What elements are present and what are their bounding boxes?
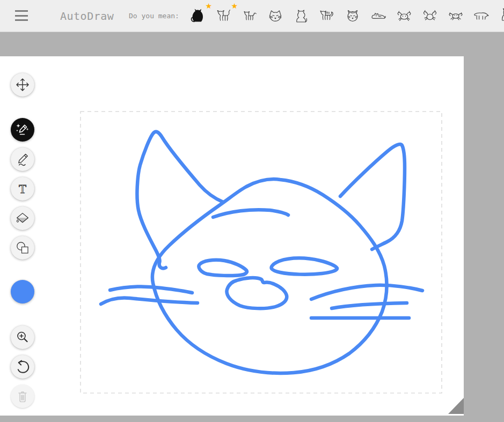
stroke-left-ear xyxy=(137,132,223,269)
shapes-icon xyxy=(13,238,32,257)
stroke-whisker-right-2 xyxy=(332,303,407,308)
raccoon-icon xyxy=(472,6,491,25)
cat-walking-icon xyxy=(214,6,233,25)
stroke-left-eye xyxy=(199,260,247,276)
tool-type-button[interactable]: T xyxy=(11,177,34,201)
cat-sitting-back-icon xyxy=(291,6,311,25)
magic-pencil-icon xyxy=(13,120,32,139)
suggestion-cat-sitting-silhouette[interactable]: ★ xyxy=(188,6,208,25)
move-arrows-icon xyxy=(13,75,32,94)
drawing-canvas[interactable] xyxy=(0,56,464,416)
suggestion-cat-face[interactable] xyxy=(266,6,285,25)
text-tool-icon: T xyxy=(13,179,32,198)
suggestion-tiger-walking[interactable] xyxy=(317,6,337,25)
paint-bucket-icon xyxy=(13,209,32,228)
cat-walking-small-icon xyxy=(240,6,259,25)
stroke-whisker-left-1 xyxy=(110,287,192,293)
tool-color-swatch[interactable] xyxy=(11,280,34,303)
tiger-face-icon xyxy=(343,6,362,25)
tool-shape-button[interactable] xyxy=(11,236,34,260)
tool-select-button[interactable] xyxy=(11,73,34,97)
canvas-svg xyxy=(0,56,464,416)
cat-face-icon xyxy=(266,6,285,25)
suggestion-prompt: Do you mean: xyxy=(129,0,179,32)
trash-icon xyxy=(13,387,32,406)
stroke-brow xyxy=(213,210,288,217)
tool-draw-button[interactable] xyxy=(11,147,34,171)
suggestion-cat-sitting-back[interactable] xyxy=(291,6,311,25)
suggestion-cat-walking-small[interactable] xyxy=(240,6,259,25)
tool-undo-button[interactable] xyxy=(11,355,34,379)
animal-partial-icon xyxy=(498,6,504,25)
tool-delete-button[interactable] xyxy=(11,384,34,408)
cat-sitting-silhouette-icon xyxy=(188,6,208,25)
autodraw-app: { "header": { "title": "AutoDraw", "prom… xyxy=(0,0,504,422)
stroke-right-ear xyxy=(340,144,405,249)
header-bar: AutoDraw Do you mean: ★ ★ xyxy=(0,0,504,32)
stroke-whisker-left-2 xyxy=(101,298,198,304)
stroke-whisker-right-1 xyxy=(311,285,422,299)
crab-icon xyxy=(395,6,414,25)
suggestion-crab-3[interactable] xyxy=(446,6,465,25)
suggestion-cat-walking[interactable]: ★ xyxy=(214,6,233,25)
tool-zoom-button[interactable] xyxy=(11,325,34,349)
suggestion-raccoon[interactable] xyxy=(472,6,491,25)
canvas-resize-handle[interactable] xyxy=(448,398,464,414)
crab-3-icon xyxy=(446,6,465,25)
menu-icon xyxy=(15,10,28,12)
magnifier-plus-icon xyxy=(13,328,32,347)
suggestion-animal-partial[interactable] xyxy=(498,6,504,25)
selection-rect xyxy=(81,112,442,393)
tiger-walking-icon xyxy=(317,6,337,25)
menu-button[interactable] xyxy=(14,9,29,22)
stroke-nose xyxy=(227,278,287,308)
cat-lying-icon xyxy=(369,6,388,25)
app-title: AutoDraw xyxy=(60,0,114,32)
suggestion-crab[interactable] xyxy=(395,6,414,25)
tool-autodraw-button[interactable] xyxy=(11,118,34,142)
svg-text:T: T xyxy=(19,182,26,196)
tool-fill-button[interactable] xyxy=(11,206,34,230)
crab-2-icon xyxy=(420,6,440,25)
suggestion-tiger-face[interactable] xyxy=(343,6,362,25)
stroke-right-eye xyxy=(272,258,337,274)
drawing-layer xyxy=(101,132,422,373)
suggestion-crab-2[interactable] xyxy=(420,6,440,25)
undo-arrow-icon xyxy=(13,357,32,376)
suggestion-bar: ★ ★ xyxy=(188,6,504,25)
stroke-head xyxy=(152,179,387,373)
pencil-icon xyxy=(13,150,32,169)
suggestion-cat-lying[interactable] xyxy=(369,6,388,25)
